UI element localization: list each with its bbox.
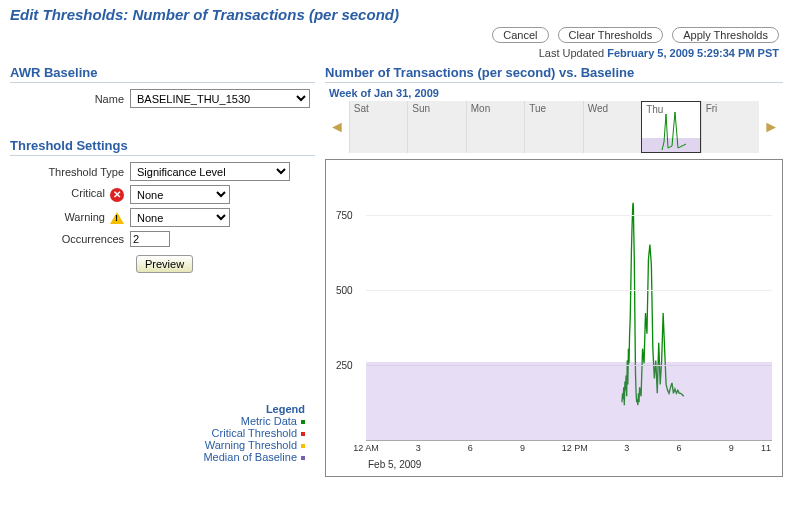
legend-metric-swatch [301, 420, 305, 424]
warning-icon [110, 212, 124, 224]
chart: Feb 5, 2009 25050075012 AM36912 PM36911 [325, 159, 783, 477]
page-title: Edit Thresholds: Number of Transactions … [0, 0, 793, 27]
threshold-type-label: Threshold Type [10, 166, 130, 178]
legend-critical-swatch [301, 432, 305, 436]
x-tick: 9 [729, 443, 734, 453]
critical-label: Critical ✕ [10, 187, 130, 201]
apply-thresholds-button[interactable]: Apply Thresholds [672, 27, 779, 43]
chart-title: Number of Transactions (per second) vs. … [325, 65, 783, 83]
x-tick: 3 [416, 443, 421, 453]
legend-critical: Critical Threshold [212, 427, 297, 439]
x-tick: 12 PM [562, 443, 588, 453]
x-tick: 9 [520, 443, 525, 453]
clear-thresholds-button[interactable]: Clear Thresholds [558, 27, 664, 43]
week-of-label: Week of Jan 31, 2009 [329, 87, 783, 99]
legend-median: Median of Baseline [203, 451, 297, 463]
day-cell-sat[interactable]: Sat [349, 101, 407, 153]
chart-date-label: Feb 5, 2009 [368, 459, 421, 470]
day-cell-wed[interactable]: Wed [583, 101, 641, 153]
warning-select[interactable]: None [130, 208, 230, 227]
next-week-icon[interactable]: ► [759, 118, 783, 136]
legend-title: Legend [10, 403, 305, 415]
last-updated: Last Updated February 5, 2009 5:29:34 PM… [0, 45, 793, 65]
x-tick: 3 [624, 443, 629, 453]
threshold-type-select[interactable]: Significance Level [130, 162, 290, 181]
occurrences-input[interactable] [130, 231, 170, 247]
legend-metric: Metric Data [241, 415, 297, 427]
legend-warning: Warning Threshold [205, 439, 297, 451]
prev-week-icon[interactable]: ◄ [325, 118, 349, 136]
warning-label: Warning [10, 211, 130, 224]
x-tick: 12 AM [353, 443, 379, 453]
x-tick: 6 [677, 443, 682, 453]
legend-median-swatch [301, 456, 305, 460]
legend-warning-swatch [301, 444, 305, 448]
action-buttons: Cancel Clear Thresholds Apply Thresholds [0, 27, 793, 45]
occurrences-label: Occurrences [10, 233, 130, 245]
y-tick: 750 [336, 210, 353, 221]
week-strip: SatSunMonTueWedThuFri [349, 101, 759, 153]
cancel-button[interactable]: Cancel [492, 27, 548, 43]
name-label: Name [10, 93, 130, 105]
x-tick: 6 [468, 443, 473, 453]
day-cell-mon[interactable]: Mon [466, 101, 524, 153]
awr-baseline-heading: AWR Baseline [10, 65, 315, 83]
day-cell-sun[interactable]: Sun [407, 101, 465, 153]
last-updated-label: Last Updated [539, 47, 604, 59]
day-cell-tue[interactable]: Tue [524, 101, 582, 153]
y-tick: 250 [336, 360, 353, 371]
last-updated-value: February 5, 2009 5:29:34 PM PST [607, 47, 779, 59]
preview-button[interactable]: Preview [136, 255, 193, 273]
y-tick: 500 [336, 285, 353, 296]
threshold-band [366, 362, 772, 440]
day-cell-thu[interactable]: Thu [641, 101, 700, 153]
threshold-settings-heading: Threshold Settings [10, 138, 315, 156]
critical-select[interactable]: None [130, 185, 230, 204]
critical-icon: ✕ [110, 188, 124, 202]
day-cell-fri[interactable]: Fri [701, 101, 759, 153]
x-tick: 11 [761, 443, 771, 453]
baseline-name-select[interactable]: BASELINE_THU_1530 [130, 89, 310, 108]
legend: Legend Metric Data Critical Threshold Wa… [10, 403, 315, 463]
